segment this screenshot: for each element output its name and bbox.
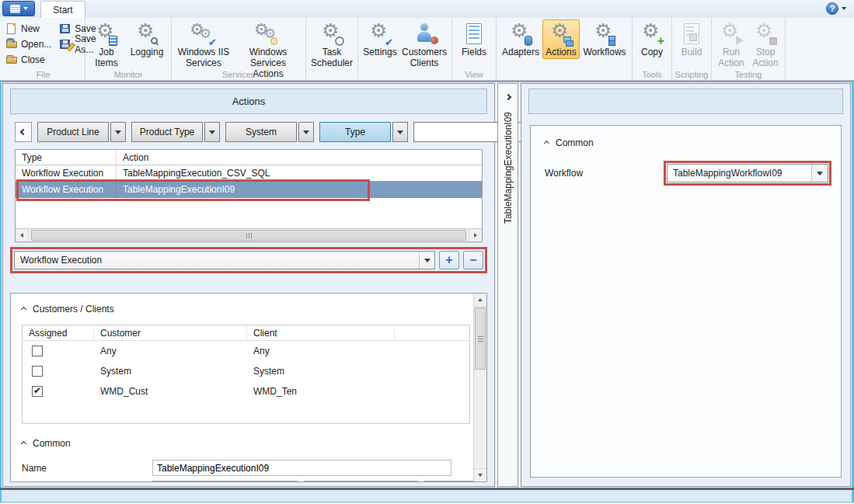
- ribbon-group-tools: ⚙ Copy Tools: [633, 18, 672, 80]
- page-title: Actions: [232, 96, 266, 107]
- type-filter-button[interactable]: Type: [319, 122, 391, 142]
- table-row[interactable]: System System: [23, 361, 469, 381]
- scroll-down-button[interactable]: [474, 468, 486, 481]
- new-button-label: New: [21, 23, 40, 34]
- ribbon-group-testing: ⚙ Run Action ⚙ Stop Action Testing: [712, 18, 786, 80]
- scroll-left-button[interactable]: [16, 229, 29, 242]
- build-button[interactable]: Build: [674, 19, 709, 59]
- type-dropdown-button[interactable]: [392, 122, 408, 142]
- assigned-checkbox[interactable]: [32, 366, 43, 377]
- workflows-button[interactable]: ⚙ Workflows: [580, 19, 629, 59]
- run-action-button[interactable]: ⚙ Run Action: [714, 19, 748, 70]
- customers-clients-section-header[interactable]: Customers / Clients: [22, 303, 473, 315]
- clipped-combobox[interactable]: [152, 481, 298, 481]
- filter-system: System: [225, 122, 314, 142]
- cell-type: Workflow Execution: [16, 165, 117, 181]
- horizontal-scrollbar[interactable]: [16, 228, 482, 242]
- button-label: Settings: [363, 47, 396, 58]
- ribbon-group-label: Services: [172, 70, 305, 79]
- actions-grid: Type Action Workflow Execution TableMapp…: [15, 149, 483, 242]
- chevron-down-icon: [23, 7, 28, 10]
- name-label: Name: [22, 463, 152, 474]
- product-type-filter-button[interactable]: Product Type: [131, 122, 203, 142]
- copy-button[interactable]: ⚙ Copy: [635, 19, 669, 59]
- remove-action-button[interactable]: −: [463, 251, 483, 269]
- gear-list-icon: ⚙: [92, 22, 120, 47]
- expand-button[interactable]: [506, 90, 511, 104]
- ribbon-group-label: Scripting: [672, 70, 711, 79]
- table-row-selected[interactable]: Workflow Execution TableMappingExecution…: [16, 181, 482, 198]
- app-menu-button[interactable]: [2, 1, 35, 16]
- clipped-combobox[interactable]: [304, 481, 419, 481]
- actions-button[interactable]: ⚙ Actions: [542, 19, 580, 59]
- table-row[interactable]: WMD_Cust WMD_Ten: [23, 381, 469, 401]
- customers-clients-button[interactable]: Customers Clients: [399, 19, 449, 70]
- product-type-dropdown-button[interactable]: [204, 122, 220, 142]
- help-button[interactable]: ?: [826, 2, 846, 15]
- close-button[interactable]: Close: [5, 54, 51, 66]
- new-button[interactable]: New: [5, 23, 51, 35]
- button-label: Workflows: [583, 47, 626, 58]
- filter-label: Type: [345, 127, 365, 137]
- cell-client: System: [247, 361, 395, 381]
- product-line-dropdown-button[interactable]: [110, 122, 126, 142]
- close-folder-icon: [5, 54, 18, 66]
- filter-type: Type: [319, 122, 408, 142]
- column-header-type[interactable]: Type: [16, 150, 117, 165]
- detail-panel-content: Common Workflow TableMappingWorkflowI09: [530, 125, 842, 478]
- table-row[interactable]: Workflow Execution TableMappingExecution…: [16, 165, 482, 181]
- gear-stack-icon: ⚙: [591, 22, 619, 47]
- workflow-combobox[interactable]: TableMappingWorkflowI09: [667, 164, 828, 182]
- common-section-header[interactable]: Common: [22, 437, 473, 450]
- scrollbar-thumb[interactable]: [475, 308, 486, 370]
- collapse-icon: [21, 306, 26, 311]
- column-header-client[interactable]: Client: [247, 325, 395, 340]
- column-header-customer[interactable]: Customer: [94, 325, 247, 340]
- table-row[interactable]: Any Any: [23, 341, 469, 361]
- stop-action-button[interactable]: ⚙ Stop Action: [748, 19, 783, 70]
- button-label: Actions: [546, 47, 576, 58]
- logging-button[interactable]: ⚙ Logging: [125, 19, 169, 59]
- assigned-checkbox[interactable]: [32, 346, 43, 356]
- scrollbar-track[interactable]: [29, 229, 469, 242]
- open-button[interactable]: Open...: [5, 38, 51, 50]
- scroll-up-button[interactable]: [474, 294, 486, 307]
- column-header-action[interactable]: Action: [117, 150, 482, 165]
- back-button[interactable]: [15, 122, 32, 142]
- product-line-filter-button[interactable]: Product Line: [37, 122, 109, 142]
- system-filter-button[interactable]: System: [225, 122, 297, 142]
- adapters-button[interactable]: ⚙ Adapters: [499, 19, 542, 59]
- button-label: Customers Clients: [400, 47, 448, 69]
- ribbon-group-label: Tools: [633, 70, 671, 79]
- collapse-icon: [544, 140, 549, 145]
- task-scheduler-button[interactable]: ⚙ Task Scheduler: [308, 19, 355, 70]
- cell-client: Any: [247, 341, 395, 361]
- job-items-button[interactable]: ⚙ Job Items: [88, 19, 125, 70]
- gear-plus-icon: ⚙: [638, 22, 666, 47]
- filter-product-type: Product Type: [131, 122, 220, 142]
- gear-database-icon: ⚙: [507, 22, 535, 47]
- vertical-scrollbar[interactable]: [473, 294, 486, 481]
- section-title: Common: [33, 438, 71, 449]
- scrollbar-thumb[interactable]: [31, 230, 466, 241]
- fields-button[interactable]: Fields: [455, 19, 493, 59]
- button-label: Stop Action: [749, 47, 782, 69]
- tab-start[interactable]: Start: [40, 1, 85, 18]
- open-button-label: Open...: [21, 39, 51, 50]
- name-input[interactable]: [152, 460, 451, 476]
- action-type-combobox[interactable]: Workflow Execution: [14, 251, 435, 269]
- clipped-combobox[interactable]: [424, 481, 473, 481]
- system-dropdown-button[interactable]: [298, 122, 314, 142]
- scroll-right-button[interactable]: [469, 229, 482, 242]
- column-header-assigned[interactable]: Assigned: [23, 325, 94, 340]
- ribbon-group-label: View: [452, 70, 496, 79]
- open-folder-icon: [5, 38, 18, 50]
- assigned-checkbox-checked[interactable]: [32, 386, 43, 397]
- ribbon-tab-row: Start ?: [0, 0, 854, 18]
- common-section-header[interactable]: Common: [545, 137, 831, 149]
- add-action-button[interactable]: +: [439, 251, 459, 269]
- collapsed-detail-tab[interactable]: TableMappingExecutionI09: [497, 83, 518, 487]
- settings-button[interactable]: ⚙ Settings: [361, 19, 399, 59]
- windows-iis-services-button[interactable]: ⚙⚙ Windows IIS Services: [174, 19, 233, 70]
- button-label: Task Scheduler: [309, 47, 354, 69]
